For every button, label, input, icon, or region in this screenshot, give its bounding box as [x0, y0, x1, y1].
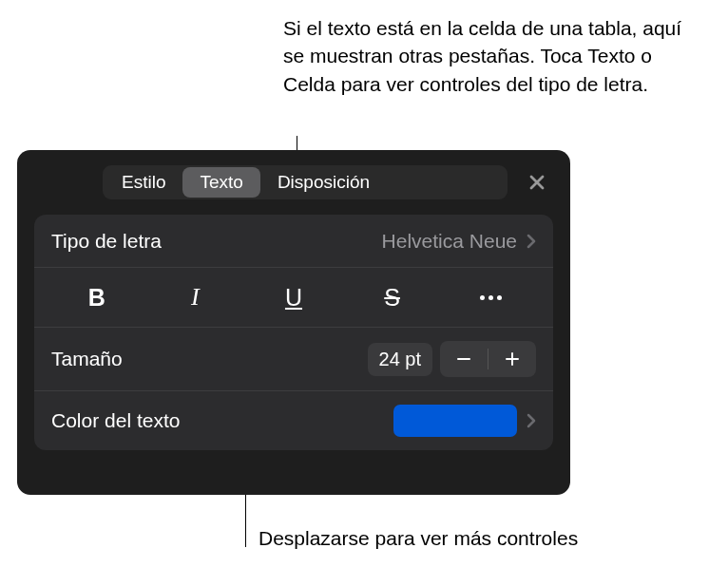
tab-style[interactable]: Estilo [105, 167, 182, 198]
size-row: Tamaño 24 pt [34, 328, 553, 391]
chevron-right-icon [527, 413, 536, 428]
font-value: Helvetica Neue [382, 230, 517, 253]
text-color-row[interactable]: Color del texto [34, 391, 553, 450]
annotation-bottom-text: Desplazarse para ver más controles [259, 527, 578, 550]
ellipsis-icon [480, 295, 502, 300]
annotation-top-text: Si el texto está en la celda de una tabl… [283, 14, 703, 98]
size-label: Tamaño [51, 348, 123, 370]
italic-button[interactable]: I [166, 277, 223, 317]
tab-group: Estilo Texto Disposición [103, 165, 508, 199]
callout-line-bottom [245, 495, 246, 547]
style-buttons-row: B I U S [34, 268, 553, 328]
size-increase-button[interactable] [489, 341, 536, 377]
font-value-wrap: Helvetica Neue [382, 230, 536, 253]
more-options-button[interactable] [462, 277, 519, 317]
text-color-label: Color del texto [51, 409, 180, 432]
text-color-swatch[interactable] [393, 405, 517, 437]
size-stepper [440, 341, 536, 377]
controls-card: Tipo de letra Helvetica Neue B I U S Tam… [34, 215, 553, 450]
chevron-right-icon [527, 234, 536, 249]
tab-layout[interactable]: Disposición [260, 167, 387, 198]
size-decrease-button[interactable] [440, 341, 488, 377]
font-row[interactable]: Tipo de letra Helvetica Neue [34, 215, 553, 268]
font-label: Tipo de letra [51, 230, 162, 253]
underline-button[interactable]: U [265, 277, 322, 317]
bold-button[interactable]: B [68, 277, 125, 317]
strikethrough-button[interactable]: S [364, 277, 421, 317]
close-button[interactable] [521, 166, 553, 198]
minus-icon [455, 350, 472, 368]
tab-text[interactable]: Texto [182, 167, 259, 198]
close-icon [527, 173, 546, 192]
size-value-field[interactable]: 24 pt [368, 343, 432, 376]
plus-icon [504, 350, 521, 368]
format-panel: Estilo Texto Disposición Tipo de letra H… [17, 150, 570, 495]
tab-bar: Estilo Texto Disposición [34, 165, 553, 199]
